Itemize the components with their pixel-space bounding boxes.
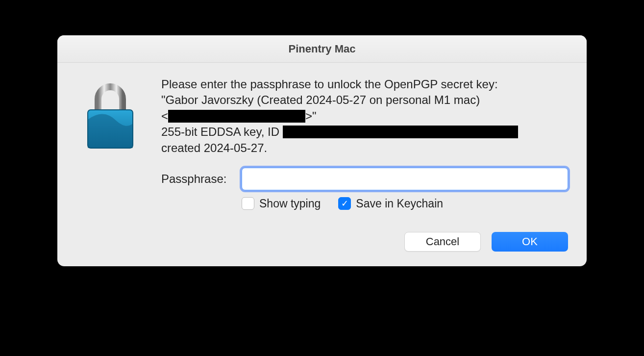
prompt-line-1: Please enter the passphrase to unlock th…: [161, 76, 568, 92]
show-typing-label: Show typing: [259, 197, 321, 210]
checkbox-checked-icon: ✓: [338, 197, 351, 210]
prompt-line-2b: <>": [161, 108, 568, 124]
passphrase-label: Passphrase:: [161, 172, 235, 186]
icon-column: [76, 76, 145, 210]
save-keychain-label: Save in Keychain: [356, 197, 443, 210]
redacted-email: [168, 110, 305, 123]
save-keychain-checkbox[interactable]: ✓ Save in Keychain: [338, 197, 443, 210]
redacted-key-id: [283, 126, 518, 138]
window-title: Pinentry Mac: [289, 43, 356, 55]
cancel-button[interactable]: Cancel: [404, 232, 481, 252]
show-typing-checkbox[interactable]: Show typing: [242, 197, 321, 210]
button-row: Cancel OK: [57, 224, 587, 266]
prompt-line-2a: "Gabor Javorszky (Created 2024-05-27 on …: [161, 92, 568, 108]
dialog-content: Please enter the passphrase to unlock th…: [57, 63, 587, 224]
titlebar: Pinentry Mac: [57, 35, 587, 63]
lock-icon: [81, 78, 140, 152]
passphrase-row: Passphrase:: [161, 168, 568, 190]
prompt-line-3: 255-bit EDDSA key, ID: [161, 124, 568, 140]
main-column: Please enter the passphrase to unlock th…: [161, 76, 568, 210]
ok-button[interactable]: OK: [492, 232, 568, 252]
prompt-text: Please enter the passphrase to unlock th…: [161, 76, 568, 156]
prompt-line-4: created 2024-05-27.: [161, 140, 568, 156]
passphrase-input[interactable]: [242, 168, 568, 190]
options-row: Show typing ✓ Save in Keychain: [242, 197, 568, 210]
checkbox-icon: [242, 197, 254, 210]
pinentry-dialog: Pinentry Mac: [57, 35, 587, 266]
